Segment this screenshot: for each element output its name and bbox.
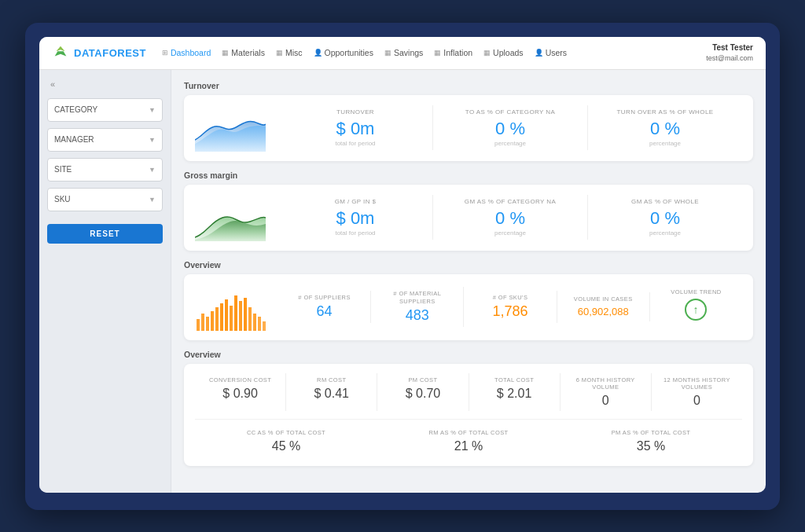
- gross-margin-card: GM / GP IN $ $ 0m total for period GM AS…: [184, 185, 753, 251]
- overview-label: Overview: [184, 260, 753, 270]
- turnover-chart: [195, 105, 266, 152]
- svg-rect-1: [201, 314, 204, 331]
- ov-metric-2: # OF MATERIAL SUPPLIERS 483: [371, 287, 464, 327]
- svg-rect-9: [239, 301, 242, 331]
- pct-block-2: PM AS % OF TOTAL COST 35 %: [560, 426, 742, 457]
- nav-item-uploads[interactable]: ▦ Uploads: [483, 48, 524, 57]
- sku-chevron: ▼: [149, 196, 156, 204]
- turnover-m3-sub: percentage: [594, 140, 736, 147]
- gm-m1-label: GM / GP IN $: [285, 198, 426, 206]
- cost-block-0: CONVERSION COST $ 0.90: [195, 373, 286, 411]
- app-window: DATAFOREST ⊞ Dashboard ▦ Materials ▦ Mis…: [39, 37, 766, 493]
- filter-manager-wrapper: MANAGER ▼: [47, 128, 163, 152]
- gm-m1-value: $ 0m: [285, 209, 426, 228]
- nav-item-inflation[interactable]: ▦ Inflation: [434, 48, 472, 57]
- pct-label-2: PM AS % OF TOTAL COST: [564, 429, 737, 436]
- category-select[interactable]: CATEGORY ▼: [47, 98, 163, 122]
- cost-overview-label: Overview: [184, 350, 753, 359]
- pct-block-0: CC AS % OF TOTAL COST 45 %: [195, 426, 377, 457]
- pct-row: CC AS % OF TOTAL COST 45 % RM AS % OF TO…: [195, 426, 742, 457]
- ov-m5-label: VOLUME TREND: [655, 288, 737, 296]
- outer-frame: DATAFOREST ⊞ Dashboard ▦ Materials ▦ Mis…: [25, 23, 780, 510]
- svg-rect-10: [244, 298, 247, 331]
- cost-overview-card: CONVERSION COST $ 0.90 RM COST $ 0.41 PM…: [184, 364, 753, 466]
- reset-button[interactable]: RESET: [47, 224, 163, 244]
- cost-block-3: TOTAL COST $ 2.01: [469, 373, 561, 411]
- svg-rect-0: [197, 319, 200, 331]
- nav-item-materials[interactable]: ▦ Materials: [222, 48, 265, 57]
- category-label: CATEGORY: [54, 105, 97, 114]
- cost-label-1: RM COST: [291, 376, 372, 383]
- cost-value-2: $ 0.70: [382, 387, 463, 401]
- volume-trend-icon: ↑: [655, 299, 737, 325]
- gm-m2-sub: percentage: [439, 229, 581, 237]
- manager-chevron: ▼: [149, 136, 156, 144]
- site-chevron: ▼: [149, 166, 156, 174]
- overview-section: Overview: [184, 260, 753, 340]
- cost-value-0: $ 0.90: [200, 387, 281, 401]
- svg-rect-5: [220, 303, 223, 331]
- cost-label-2: PM COST: [382, 376, 463, 383]
- pct-block-1: RM AS % OF TOTAL COST 21 %: [377, 426, 560, 457]
- logo-text: DATAFOREST: [74, 47, 146, 59]
- turnover-m3-value: 0 %: [594, 119, 736, 138]
- sku-select[interactable]: SKU ▼: [47, 188, 163, 211]
- filter-category-wrapper: CATEGORY ▼: [47, 98, 163, 122]
- sidebar-toggle[interactable]: «: [47, 78, 163, 90]
- nav-item-misc[interactable]: ▦ Misc: [276, 48, 303, 57]
- nav-item-savings[interactable]: ▦ Savings: [384, 48, 423, 57]
- ov-m2-label: # OF MATERIAL SUPPLIERS: [376, 290, 458, 306]
- ov-metric-3: # OF SKU'S 1,786: [464, 291, 557, 324]
- nav-item-users[interactable]: 👤 Users: [535, 48, 567, 57]
- svg-rect-4: [215, 307, 219, 331]
- turnover-metric-2: TO AS % OF CATEGORY NA 0 % percentage: [433, 105, 588, 151]
- turnover-m1-label: TURNOVER: [285, 108, 426, 116]
- cost-label-5: 12 MONTHS HISTORY VOLUMES: [656, 376, 737, 391]
- turnover-m1-sub: total for period: [285, 140, 426, 147]
- main-layout: « CATEGORY ▼ MANAGER ▼: [39, 70, 766, 493]
- gm-metric-2: GM AS % OF CATEGORY NA 0 % percentage: [433, 195, 588, 240]
- ov-m2-value: 483: [376, 308, 458, 324]
- svg-rect-2: [206, 317, 209, 331]
- cost-block-2: PM COST $ 0.70: [377, 373, 469, 411]
- sidebar: « CATEGORY ▼ MANAGER ▼: [39, 70, 171, 493]
- ov-metric-1: # OF SUPPLIERS 64: [278, 291, 371, 324]
- manager-select[interactable]: MANAGER ▼: [47, 128, 163, 152]
- pct-label-0: CC AS % OF TOTAL COST: [200, 429, 373, 436]
- ov-m4-label: VOLUME IN CASES: [562, 295, 645, 303]
- cost-label-4: 6 MONTH HISTORY VOLUME: [565, 376, 646, 391]
- category-chevron: ▼: [149, 106, 156, 114]
- gross-margin-label: Gross margin: [184, 171, 753, 180]
- turnover-metric-3: TURN OVER AS % OF WHOLE 0 % percentage: [588, 105, 742, 151]
- cost-block-5: 12 MONTHS HISTORY VOLUMES 0: [652, 373, 742, 411]
- gm-m1-sub: total for period: [285, 229, 426, 237]
- cost-value-4: 0: [565, 394, 646, 408]
- svg-rect-14: [263, 321, 266, 331]
- turnover-m1-value: $ 0m: [285, 119, 426, 138]
- overview-chart: [195, 284, 266, 331]
- gm-chart: [195, 194, 266, 241]
- gm-m3-sub: percentage: [594, 229, 736, 237]
- pct-value-1: 21 %: [382, 439, 555, 453]
- cost-overview-section: Overview CONVERSION COST $ 0.90 RM COST …: [184, 350, 753, 466]
- nav-item-dashboard[interactable]: ⊞ Dashboard: [162, 48, 211, 57]
- gm-m3-label: GM AS % OF WHOLE: [594, 198, 736, 206]
- ov-m3-value: 1,786: [469, 304, 551, 320]
- pct-label-1: RM AS % OF TOTAL COST: [382, 429, 555, 436]
- svg-rect-7: [230, 306, 233, 331]
- ov-m1-label: # OF SUPPLIERS: [283, 294, 366, 302]
- turnover-card: TURNOVER $ 0m total for period TO AS % O…: [184, 95, 753, 161]
- gm-m2-value: 0 %: [439, 209, 581, 228]
- site-select[interactable]: SITE ▼: [47, 158, 163, 182]
- site-label: SITE: [54, 165, 72, 174]
- cost-value-3: $ 2.01: [474, 387, 555, 401]
- gross-margin-section: Gross margin: [184, 171, 753, 251]
- top-nav: DATAFOREST ⊞ Dashboard ▦ Materials ▦ Mis…: [39, 37, 766, 70]
- svg-rect-11: [248, 307, 252, 331]
- pct-value-0: 45 %: [200, 439, 373, 453]
- gm-metrics-row: GM / GP IN $ $ 0m total for period GM AS…: [195, 194, 742, 241]
- turnover-metric-1: TURNOVER $ 0m total for period: [278, 105, 433, 151]
- nav-item-opportunities[interactable]: 👤 Opportunities: [314, 48, 373, 57]
- ov-metric-4: VOLUME IN CASES 60,902,088: [557, 292, 650, 321]
- cost-label-3: TOTAL COST: [474, 376, 555, 383]
